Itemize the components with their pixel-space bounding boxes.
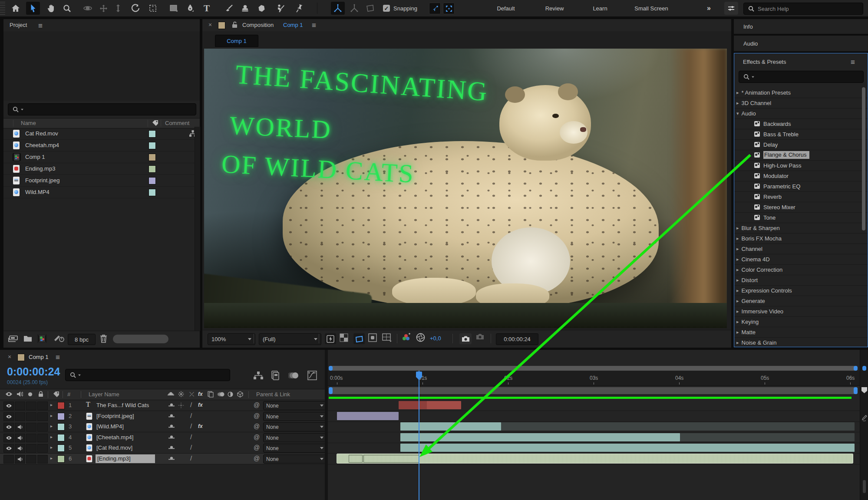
column-parent-link[interactable]: Parent & Link (256, 391, 290, 398)
layer-row[interactable]: ▸ 5 [Cat Red.mov] / @ None (0, 443, 325, 454)
quality-toggle[interactable]: / (190, 454, 192, 462)
layer-duration-bar-selected[interactable] (337, 454, 853, 463)
timeline-panel-menu-icon[interactable]: ≡ (56, 354, 60, 361)
layer-name[interactable]: [Ending.mp3] (96, 454, 155, 463)
project-panel-menu-icon[interactable]: ≡ (38, 22, 43, 30)
info-panel-tab[interactable]: Info (734, 19, 868, 34)
pickwhip-icon[interactable]: @ (254, 444, 260, 451)
solo-toggle[interactable] (26, 434, 36, 442)
selection-tool-icon[interactable] (26, 2, 40, 15)
layer-label-chip[interactable] (57, 402, 65, 409)
layer-label-chip[interactable] (57, 434, 65, 441)
layer-duration-bar[interactable] (400, 433, 680, 441)
pickwhip-icon[interactable]: @ (254, 401, 260, 408)
layer-name[interactable]: [Cheetah.mp4] (96, 434, 133, 441)
view-axis-mode-icon[interactable] (363, 2, 377, 15)
brush-tool-icon[interactable] (222, 2, 236, 15)
effects-category[interactable]: ▸Matte (734, 327, 868, 338)
solo-toggle[interactable] (26, 423, 36, 431)
work-area-bar[interactable] (329, 387, 858, 394)
clone-stamp-tool-icon[interactable] (238, 2, 252, 15)
shy-toggle[interactable] (168, 402, 175, 408)
composition-image[interactable]: THE FASCINATING WORLD OF WILD CATS (204, 49, 727, 328)
orbit-camera-icon[interactable] (81, 2, 95, 15)
proxy-toggle-icon[interactable] (54, 335, 64, 342)
shy-toggle[interactable] (168, 445, 175, 451)
resolution-dropdown[interactable]: (Full) (259, 333, 321, 345)
pen-marker-icon[interactable] (861, 415, 867, 422)
pickwhip-icon[interactable]: @ (254, 423, 260, 430)
lock-toggle[interactable] (37, 434, 48, 442)
close-tab-icon[interactable]: × (8, 353, 11, 360)
effects-search-input[interactable] (739, 71, 864, 83)
lock-toggle[interactable] (37, 455, 48, 464)
timeline-vertical-scrollbar[interactable] (863, 480, 866, 493)
exposure-offset-value[interactable]: +0,0 (430, 335, 441, 342)
rectangle-tool-icon[interactable] (167, 2, 181, 15)
layer-row[interactable]: ▸ 4 [Cheetah.mp4] / @ None (0, 432, 325, 443)
quality-toggle[interactable]: / (190, 422, 192, 430)
timeline-search-input[interactable] (65, 369, 230, 381)
scrollbar-right-cap[interactable] (854, 366, 858, 371)
column-comment[interactable]: Comment (165, 120, 189, 126)
quality-toggle[interactable]: / (190, 401, 192, 408)
quality-toggle[interactable]: / (190, 433, 192, 441)
solo-toggle[interactable] (26, 455, 36, 464)
column-layer-name[interactable]: Layer Name (89, 391, 119, 398)
layer-duration-bar[interactable] (399, 401, 461, 409)
lock-toggle[interactable] (37, 412, 48, 421)
effect-item-selected[interactable]: Flange & Chorus (734, 150, 868, 161)
audio-panel-tab[interactable]: Audio (734, 36, 868, 51)
pan-camera-icon[interactable] (96, 2, 110, 15)
effect-item[interactable]: Delay (734, 139, 868, 150)
comp-subtab[interactable]: Comp 1 (215, 35, 258, 47)
layer-duration-bar[interactable] (400, 444, 855, 452)
workspace-default[interactable]: Default (486, 0, 525, 16)
label-color-chip[interactable] (149, 154, 156, 161)
new-folder-icon[interactable] (23, 335, 32, 342)
effect-item[interactable]: High-Low Pass (734, 160, 868, 171)
parent-dropdown[interactable]: None (263, 412, 327, 421)
hand-tool-icon[interactable] (44, 2, 58, 15)
dolly-camera-icon[interactable] (111, 2, 125, 15)
effects-category[interactable]: ▸Cinema 4D (734, 254, 868, 265)
fx-badge[interactable]: fx (198, 402, 203, 408)
fx-badge[interactable]: fx (198, 423, 203, 429)
workspace-overflow-chevrons[interactable]: » (707, 0, 711, 16)
expander-icon[interactable]: ▸ (50, 402, 53, 407)
interpret-footage-icon[interactable] (8, 335, 18, 343)
viewer-timecode[interactable]: 0:00:00:24 (496, 333, 538, 345)
world-axis-mode-icon[interactable] (347, 2, 361, 15)
project-row[interactable]: Wild.MP4 (3, 186, 200, 198)
video-toggle[interactable] (3, 434, 14, 442)
column-name[interactable]: Name (21, 120, 36, 126)
bit-depth-button[interactable]: 8 bpc (68, 334, 96, 345)
playhead-line[interactable] (419, 371, 419, 500)
solo-toggle[interactable] (26, 412, 36, 421)
project-horizontal-scrollbar[interactable] (113, 335, 168, 343)
layer-name[interactable]: [Footprint.jpeg] (96, 413, 134, 419)
effect-item[interactable]: Reverb (734, 191, 868, 202)
home-icon[interactable] (9, 2, 23, 15)
layer-name[interactable]: [Cat Red.mov] (96, 444, 132, 451)
project-search-input[interactable] (8, 103, 196, 115)
pen-tool-icon[interactable] (183, 2, 197, 15)
audio-toggle[interactable] (15, 423, 25, 431)
pickwhip-icon[interactable]: @ (254, 412, 260, 419)
solo-toggle[interactable] (26, 444, 36, 453)
lock-toggle[interactable] (37, 401, 48, 410)
magnification-dropdown[interactable]: 100% (208, 333, 255, 345)
layer-row[interactable]: ▸ 1 T The Fas...f Wild Cats / fx @ None (0, 400, 325, 411)
puppet-pin-tool-icon[interactable] (292, 2, 306, 15)
expander-icon[interactable]: ▸ (50, 424, 53, 428)
lock-toggle[interactable] (37, 444, 48, 453)
effects-category[interactable]: ▸Keying (734, 316, 868, 327)
effects-scrollbar[interactable] (862, 87, 865, 230)
composition-mini-flowchart-icon[interactable] (254, 372, 263, 379)
effects-category[interactable]: ▸Expression Controls (734, 285, 868, 296)
video-toggle[interactable] (3, 423, 14, 431)
pickwhip-icon[interactable]: @ (254, 455, 260, 462)
rotation-tool-icon[interactable] (129, 2, 142, 15)
scrollbar-cap[interactable] (862, 366, 866, 371)
region-of-interest-icon[interactable] (353, 333, 365, 344)
